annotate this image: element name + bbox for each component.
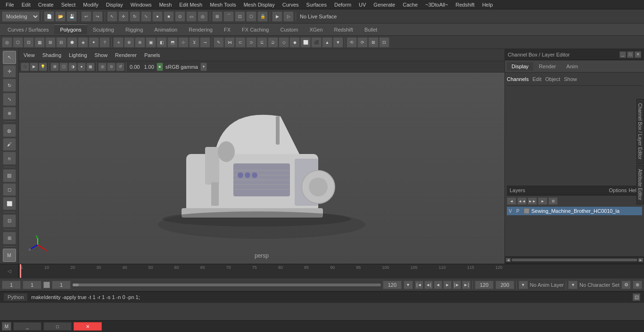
- poly-tool-24[interactable]: ⊆: [257, 37, 267, 48]
- poly-tool-30[interactable]: ▲: [322, 37, 332, 48]
- tab-animation[interactable]: Animation: [149, 25, 183, 34]
- poly-tool-11[interactable]: ⎆: [113, 37, 124, 48]
- channels-tab[interactable]: Channels: [507, 76, 528, 82]
- next-frame-btn[interactable]: |►: [453, 281, 461, 289]
- menu-modify[interactable]: Modify: [79, 1, 102, 8]
- poly-tool-23[interactable]: ⊃: [246, 37, 256, 48]
- layers-options-tab[interactable]: Options: [609, 187, 627, 193]
- workspace-dropdown[interactable]: Modeling: [2, 11, 40, 22]
- vp-render-btn[interactable]: ▶: [30, 63, 38, 71]
- poly-tool-14[interactable]: ▣: [146, 37, 156, 48]
- menu-generate[interactable]: Generate: [370, 1, 399, 8]
- poly-tool-10[interactable]: ?: [99, 37, 110, 48]
- scale-btn[interactable]: ⤡: [3, 93, 16, 106]
- menu-surfaces[interactable]: Surfaces: [303, 1, 330, 8]
- renderer-menu[interactable]: Renderer: [112, 51, 140, 59]
- snap-surface[interactable]: ⬡: [246, 11, 256, 22]
- redo-button[interactable]: ↪: [92, 11, 103, 22]
- poly-plane[interactable]: ▭: [186, 11, 197, 22]
- save-scene-button[interactable]: 💾: [66, 11, 77, 22]
- poly-sphere[interactable]: ●: [152, 11, 163, 22]
- current-frame-input[interactable]: [23, 281, 41, 289]
- poly-tool-25[interactable]: ⊇: [268, 37, 278, 48]
- scroll-thumb-h[interactable]: [512, 259, 637, 261]
- tab-rendering[interactable]: Rendering: [183, 25, 218, 34]
- scroll-right-arrow[interactable]: ►: [638, 258, 643, 262]
- menu-curves[interactable]: Curves: [279, 1, 303, 8]
- poly-tool-6[interactable]: ⊟: [56, 37, 66, 48]
- layers-settings-btn[interactable]: ⚙: [548, 197, 558, 205]
- poly-tool-3[interactable]: ⊡: [24, 37, 34, 48]
- transform-button[interactable]: ✛: [118, 11, 129, 22]
- poly-tool-19[interactable]: ⊸: [200, 37, 210, 48]
- timeline-scrubber[interactable]: [73, 283, 381, 286]
- poly-tool-35[interactable]: ⊡: [379, 37, 389, 48]
- frame-number-input[interactable]: [52, 281, 71, 289]
- panel-maximize-btn[interactable]: □: [627, 51, 634, 58]
- poly-tool-13[interactable]: ⊗: [135, 37, 145, 48]
- menu-mesh-tools[interactable]: Mesh Tools: [206, 1, 239, 8]
- show-menu[interactable]: Show: [92, 51, 111, 59]
- edit-tab[interactable]: Edit: [532, 76, 541, 82]
- poly-tool-16[interactable]: ⬒: [167, 37, 178, 48]
- menu-redshift[interactable]: Redshift: [452, 1, 478, 8]
- poly-torus[interactable]: ◎: [198, 11, 208, 22]
- range-end-btn[interactable]: ▾: [404, 281, 413, 289]
- end-frame-range-input[interactable]: [383, 281, 402, 289]
- poly-tool-9[interactable]: ✦: [89, 37, 99, 48]
- poly-tool-26[interactable]: ◇: [279, 37, 289, 48]
- menu-uv[interactable]: UV: [355, 1, 370, 8]
- rotate-btn[interactable]: ↻: [3, 79, 16, 92]
- scroll-left-arrow[interactable]: ◄: [506, 258, 511, 262]
- snap-point[interactable]: ⊡: [235, 11, 245, 22]
- poly-cube[interactable]: ■: [164, 11, 174, 22]
- maya-icon-btn[interactable]: M: [3, 249, 16, 262]
- move-btn[interactable]: ✛: [3, 65, 16, 78]
- vp-xray-btn[interactable]: ⊙: [107, 63, 116, 71]
- tab-render[interactable]: Render: [534, 62, 561, 71]
- poly-tool-7[interactable]: ⬢: [67, 37, 77, 48]
- poly-tool-29[interactable]: ⬛: [311, 37, 322, 48]
- vp-loop-btn[interactable]: ↺: [116, 63, 124, 71]
- python-label[interactable]: Python: [4, 293, 27, 301]
- menu-3dtall[interactable]: ~3DtoAll~: [421, 1, 452, 8]
- tab-anim[interactable]: Anim: [561, 62, 583, 71]
- anim-end-input[interactable]: [495, 281, 514, 289]
- soft-select-btn[interactable]: ◍: [3, 124, 16, 137]
- layers-prev-btn[interactable]: ◄◄: [517, 197, 527, 205]
- sculpt-btn[interactable]: ⎋: [3, 152, 16, 165]
- poly-tool-4[interactable]: ▦: [34, 37, 45, 48]
- gamma-indicator[interactable]: ■: [157, 63, 163, 71]
- ipr-render[interactable]: ▷: [283, 11, 294, 22]
- status-icon-btn[interactable]: ⊡: [633, 293, 640, 301]
- open-scene-button[interactable]: 📂: [55, 11, 66, 22]
- menu-deform[interactable]: Deform: [330, 1, 355, 8]
- menu-help[interactable]: Help: [479, 1, 497, 8]
- panel-minimize-btn[interactable]: _: [619, 51, 626, 58]
- prev-frame-btn[interactable]: ◄|: [424, 281, 433, 289]
- render-view[interactable]: ▶: [272, 11, 282, 22]
- shading-menu[interactable]: Shading: [40, 51, 64, 59]
- poly-tool-12[interactable]: ⊕: [124, 37, 134, 48]
- select-tool-button[interactable]: ↖: [107, 11, 117, 22]
- gamma-dropdown-btn[interactable]: ▾: [200, 63, 207, 71]
- poly-tool-22[interactable]: ⊂: [235, 37, 246, 48]
- anim-start-input[interactable]: [475, 281, 494, 289]
- tab-custom[interactable]: Custom: [275, 25, 304, 34]
- object-tab[interactable]: Object: [545, 76, 560, 82]
- show-manip-btn[interactable]: ⊡: [3, 214, 16, 227]
- poly-tool-18[interactable]: ⊻: [189, 37, 199, 48]
- vp-cam-btn[interactable]: 🎥: [21, 63, 29, 71]
- tab-display[interactable]: Display: [507, 62, 533, 71]
- menu-display[interactable]: Display: [102, 1, 127, 8]
- layers-new-btn[interactable]: ◄: [507, 197, 516, 205]
- tab-sculpting[interactable]: Sculpting: [87, 25, 120, 34]
- attribute-editor-vertical-tab[interactable]: Attribute Editor: [636, 165, 644, 204]
- vp-shade2-btn[interactable]: ●: [77, 63, 86, 71]
- layers-last-btn[interactable]: ►: [538, 197, 547, 205]
- tab-xgen[interactable]: XGen: [304, 25, 328, 34]
- poly-tool-31[interactable]: ▼: [333, 37, 343, 48]
- panel-close-btn[interactable]: ✕: [635, 51, 641, 58]
- tab-bullet[interactable]: Bullet: [359, 25, 383, 34]
- poly-tool-21[interactable]: ⋈: [224, 37, 235, 48]
